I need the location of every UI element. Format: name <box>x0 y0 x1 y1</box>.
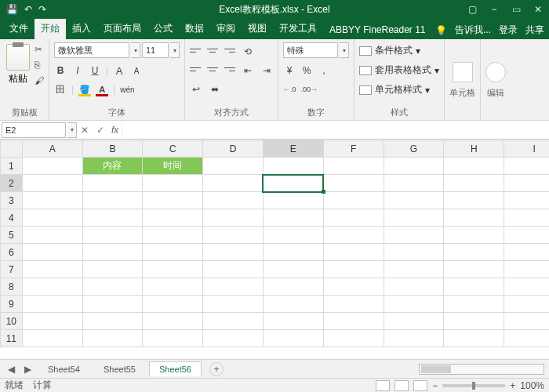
row-header[interactable]: 9 <box>1 296 23 313</box>
number-format-combo[interactable]: 特殊 <box>283 42 338 58</box>
align-center-icon[interactable] <box>207 66 218 75</box>
font-size-combo[interactable]: 11 <box>142 42 169 58</box>
conditional-format-button[interactable]: 条件格式▾ <box>359 44 420 57</box>
share-button[interactable]: 共享 <box>525 24 544 37</box>
sheet-tab[interactable]: Sheet54 <box>38 361 90 376</box>
tab-insert[interactable]: 插入 <box>66 19 97 39</box>
align-right-icon[interactable] <box>224 66 235 75</box>
tab-data[interactable]: 数据 <box>179 19 210 39</box>
col-header[interactable]: D <box>203 140 264 158</box>
cancel-formula-icon[interactable]: ✕ <box>77 125 93 136</box>
accept-formula-icon[interactable]: ✓ <box>93 125 108 136</box>
save-icon[interactable]: 💾 <box>6 4 18 15</box>
page-break-view-icon[interactable] <box>413 380 427 391</box>
col-header[interactable]: A <box>22 140 82 158</box>
underline-button[interactable]: U <box>89 64 101 77</box>
tab-layout[interactable]: 页面布局 <box>97 19 147 39</box>
cut-icon[interactable]: ✂ <box>35 44 44 55</box>
sheet-nav-next[interactable]: ▶ <box>21 364 35 375</box>
row-header[interactable]: 1 <box>1 158 23 175</box>
new-sheet-button[interactable]: + <box>209 362 224 376</box>
zoom-level[interactable]: 100% <box>520 380 544 391</box>
redo-icon[interactable]: ↷ <box>38 4 46 15</box>
shrink-font-button[interactable]: A <box>130 64 143 77</box>
font-name-combo[interactable]: 微软雅黑 <box>54 42 129 58</box>
col-header[interactable]: I <box>504 140 549 158</box>
name-box[interactable]: E2 <box>2 122 66 138</box>
grid[interactable]: A B C D E F G H I 1内容时间 2 3 4 5 6 7 8 9 … <box>0 140 549 347</box>
row-header[interactable]: 2 <box>1 175 23 192</box>
copy-icon[interactable]: ⎘ <box>35 60 44 71</box>
inc-decimal-button[interactable]: ←.0 <box>283 83 296 96</box>
wrap-text-icon[interactable]: ↩ <box>190 83 202 96</box>
tab-abbyy[interactable]: ABBYY FineReader 11 <box>323 21 432 39</box>
select-all-corner[interactable] <box>1 140 23 158</box>
normal-view-icon[interactable] <box>376 380 390 391</box>
tab-home[interactable]: 开始 <box>35 19 66 39</box>
font-color-button[interactable]: A <box>96 83 108 96</box>
sheet-tab[interactable]: Sheet55 <box>93 361 146 376</box>
tab-file[interactable]: 文件 <box>3 19 35 39</box>
row-header[interactable]: 6 <box>1 244 23 261</box>
phonetic-button[interactable]: wén <box>120 83 134 96</box>
merge-icon[interactable]: ⬌ <box>209 83 221 96</box>
row-header[interactable]: 4 <box>1 209 23 227</box>
currency-button[interactable]: ¥ <box>283 64 296 77</box>
row-header[interactable]: 5 <box>1 227 23 244</box>
align-bottom-icon[interactable] <box>224 47 235 56</box>
ribbon-options-icon[interactable]: ▢ <box>461 0 483 19</box>
tab-view[interactable]: 视图 <box>242 19 273 39</box>
row-header[interactable]: 3 <box>1 192 23 209</box>
find-icon[interactable] <box>485 62 506 82</box>
tab-formula[interactable]: 公式 <box>147 19 179 39</box>
indent-inc-icon[interactable]: ⇥ <box>260 64 273 77</box>
tab-review[interactable]: 审阅 <box>210 19 242 39</box>
border-button[interactable]: 田 <box>54 83 67 96</box>
orientation-icon[interactable]: ⟲ <box>242 45 254 58</box>
grow-font-button[interactable]: A <box>113 64 125 77</box>
col-header[interactable]: E <box>263 140 323 158</box>
align-left-icon[interactable] <box>190 66 201 75</box>
zoom-out-button[interactable]: − <box>432 380 438 391</box>
font-name-drop[interactable]: ▾ <box>131 42 140 58</box>
italic-button[interactable]: I <box>71 64 84 77</box>
insert-cells-icon[interactable] <box>453 62 473 82</box>
minimize-icon[interactable]: − <box>483 0 505 19</box>
number-format-drop[interactable]: ▾ <box>340 42 349 58</box>
col-header[interactable]: B <box>82 140 143 158</box>
horizontal-scrollbar[interactable] <box>419 364 544 375</box>
sheet-nav-prev[interactable]: ◀ <box>5 364 18 375</box>
row-header[interactable]: 10 <box>1 313 23 330</box>
col-header[interactable]: G <box>384 140 444 158</box>
col-header[interactable]: H <box>444 140 504 158</box>
indent-dec-icon[interactable]: ⇤ <box>242 64 254 77</box>
format-painter-icon[interactable]: 🖌 <box>35 75 44 86</box>
align-middle-icon[interactable] <box>207 47 218 56</box>
close-icon[interactable]: ✕ <box>527 0 549 19</box>
align-top-icon[interactable] <box>190 47 201 56</box>
table-format-button[interactable]: 套用表格格式▾ <box>359 64 439 77</box>
paste-button[interactable]: 粘贴 <box>5 42 31 87</box>
bold-button[interactable]: B <box>54 64 67 77</box>
dec-decimal-button[interactable]: .00→ <box>301 83 318 96</box>
row-header[interactable]: 8 <box>1 278 23 296</box>
undo-icon[interactable]: ↶ <box>24 4 32 15</box>
page-layout-view-icon[interactable] <box>394 380 409 391</box>
fx-label[interactable]: fx <box>108 125 122 136</box>
comma-button[interactable]: , <box>318 64 330 77</box>
cell-style-button[interactable]: 单元格样式▾ <box>359 83 430 96</box>
col-header[interactable]: F <box>323 140 384 158</box>
zoom-slider[interactable] <box>442 384 505 387</box>
percent-button[interactable]: % <box>300 64 313 77</box>
maximize-icon[interactable]: ▭ <box>505 0 527 19</box>
active-cell[interactable] <box>263 175 323 192</box>
font-size-drop[interactable]: ▾ <box>170 42 180 58</box>
sheet-tab-active[interactable]: Sheet56 <box>149 361 202 376</box>
col-header[interactable]: C <box>143 140 203 158</box>
zoom-in-button[interactable]: + <box>510 380 515 391</box>
row-header[interactable]: 11 <box>1 330 23 347</box>
cell[interactable]: 内容 <box>82 158 143 175</box>
formula-input[interactable] <box>122 122 549 138</box>
cell[interactable]: 时间 <box>143 158 203 175</box>
signin-link[interactable]: 登录 <box>499 24 518 37</box>
